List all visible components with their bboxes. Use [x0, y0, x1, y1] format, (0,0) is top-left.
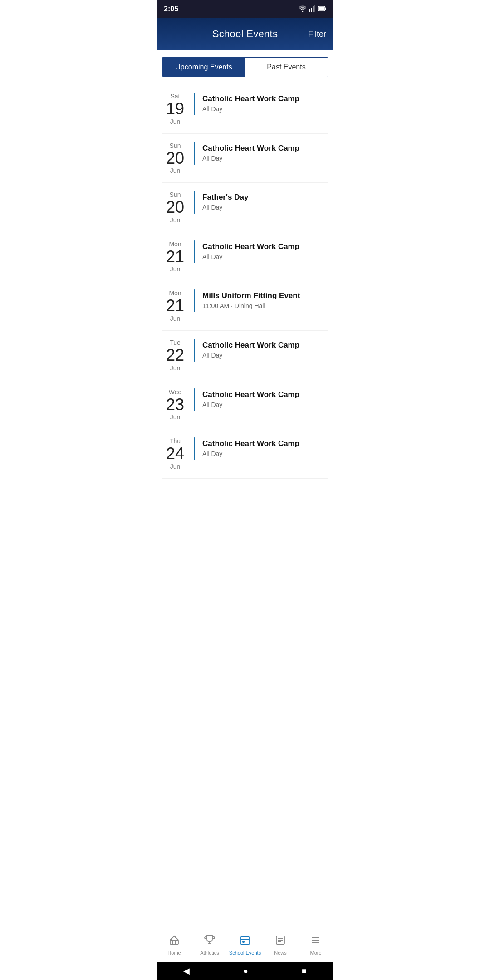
event-info: Catholic Heart Work Camp All Day: [202, 142, 328, 162]
event-item-0[interactable]: Sat 19 Jun Catholic Heart Work Camp All …: [162, 84, 328, 134]
event-date: Sat 19 Jun: [162, 93, 194, 125]
event-month: Jun: [162, 118, 188, 125]
event-title: Catholic Heart Work Camp: [202, 341, 328, 350]
event-subtitle: All Day: [202, 253, 328, 260]
event-divider: [194, 388, 195, 411]
event-date: Thu 24 Jun: [162, 437, 194, 470]
event-month: Jun: [162, 167, 188, 174]
event-day-num: 23: [162, 396, 188, 414]
event-month: Jun: [162, 463, 188, 470]
event-title: Catholic Heart Work Camp: [202, 439, 328, 448]
event-divider: [194, 437, 195, 460]
event-info: Catholic Heart Work Camp All Day: [202, 339, 328, 359]
event-title: Catholic Heart Work Camp: [202, 390, 328, 399]
event-item-6[interactable]: Wed 23 Jun Catholic Heart Work Camp All …: [162, 380, 328, 430]
event-month: Jun: [162, 216, 188, 224]
upcoming-events-tab[interactable]: Upcoming Events: [162, 58, 245, 77]
event-day-num: 19: [162, 100, 188, 118]
event-subtitle: All Day: [202, 352, 328, 359]
event-day-num: 24: [162, 445, 188, 463]
event-divider: [194, 339, 195, 362]
event-info: Catholic Heart Work Camp All Day: [202, 437, 328, 457]
app-header: School Events Filter: [157, 18, 333, 50]
event-info: Catholic Heart Work Camp All Day: [202, 240, 328, 260]
event-item-4[interactable]: Mon 21 Jun Mills Uniform Fitting Event 1…: [162, 281, 328, 331]
event-subtitle: All Day: [202, 204, 328, 211]
event-month: Jun: [162, 413, 188, 421]
signal-icon: [309, 5, 315, 13]
event-item-2[interactable]: Sun 20 Jun Father's Day All Day: [162, 183, 328, 232]
event-title: Catholic Heart Work Camp: [202, 94, 328, 103]
event-date: Sun 20 Jun: [162, 142, 194, 175]
event-subtitle: All Day: [202, 401, 328, 408]
event-subtitle: All Day: [202, 155, 328, 162]
battery-icon: [318, 5, 326, 13]
event-item-7[interactable]: Thu 24 Jun Catholic Heart Work Camp All …: [162, 429, 328, 479]
event-subtitle: 11:00 AM · Dining Hall: [202, 302, 328, 309]
event-item-3[interactable]: Mon 21 Jun Catholic Heart Work Camp All …: [162, 232, 328, 282]
svg-rect-0: [309, 9, 310, 12]
event-day-name: Sun: [162, 142, 188, 149]
event-day-num: 20: [162, 198, 188, 216]
event-info: Catholic Heart Work Camp All Day: [202, 93, 328, 113]
wifi-icon: [299, 5, 306, 13]
event-item-1[interactable]: Sun 20 Jun Catholic Heart Work Camp All …: [162, 134, 328, 183]
event-subtitle: All Day: [202, 450, 328, 457]
status-time: 2:05: [164, 5, 178, 13]
svg-rect-2: [313, 6, 314, 12]
event-divider: [194, 240, 195, 263]
event-date: Sun 20 Jun: [162, 191, 194, 224]
svg-rect-1: [311, 8, 312, 12]
header-title: School Events: [212, 28, 278, 40]
svg-rect-3: [314, 5, 315, 12]
status-bar: 2:05: [157, 0, 333, 18]
event-day-num: 20: [162, 149, 188, 167]
status-icons: [299, 5, 326, 13]
svg-rect-6: [319, 7, 324, 10]
event-day-num: 22: [162, 346, 188, 364]
event-title: Catholic Heart Work Camp: [202, 144, 328, 153]
event-info: Catholic Heart Work Camp All Day: [202, 388, 328, 408]
event-day-name: Tue: [162, 339, 188, 346]
event-month: Jun: [162, 364, 188, 372]
event-day-name: Wed: [162, 388, 188, 396]
event-title: Catholic Heart Work Camp: [202, 242, 328, 251]
svg-rect-5: [325, 8, 326, 10]
event-date: Wed 23 Jun: [162, 388, 194, 421]
event-day-name: Sun: [162, 191, 188, 198]
event-day-name: Mon: [162, 240, 188, 248]
event-day-name: Sat: [162, 93, 188, 100]
event-divider: [194, 93, 195, 115]
event-day-num: 21: [162, 297, 188, 315]
event-divider: [194, 142, 195, 165]
events-list: Sat 19 Jun Catholic Heart Work Camp All …: [157, 84, 333, 479]
event-info: Father's Day All Day: [202, 191, 328, 211]
past-events-tab[interactable]: Past Events: [245, 58, 328, 77]
event-subtitle: All Day: [202, 105, 328, 113]
tab-toggle: Upcoming Events Past Events: [162, 57, 328, 77]
event-title: Mills Uniform Fitting Event: [202, 291, 328, 300]
event-item-5[interactable]: Tue 22 Jun Catholic Heart Work Camp All …: [162, 331, 328, 380]
event-divider: [194, 289, 195, 312]
event-date: Mon 21 Jun: [162, 240, 194, 273]
event-day-num: 21: [162, 248, 188, 266]
event-date: Tue 22 Jun: [162, 339, 194, 372]
event-date: Mon 21 Jun: [162, 289, 194, 322]
event-day-name: Thu: [162, 437, 188, 445]
event-month: Jun: [162, 315, 188, 322]
event-info: Mills Uniform Fitting Event 11:00 AM · D…: [202, 289, 328, 309]
filter-button[interactable]: Filter: [308, 29, 326, 39]
event-day-name: Mon: [162, 289, 188, 297]
event-month: Jun: [162, 265, 188, 273]
event-divider: [194, 191, 195, 214]
event-title: Father's Day: [202, 193, 328, 202]
